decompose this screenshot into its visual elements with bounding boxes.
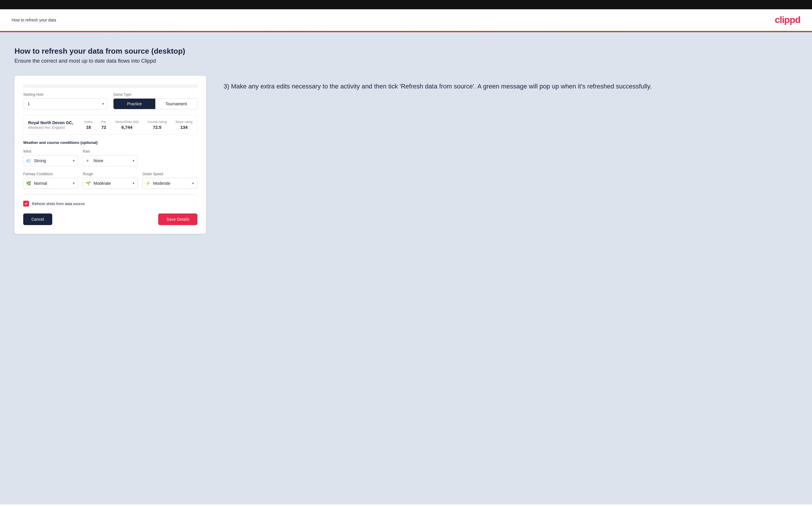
- par-stat: Par 72: [101, 120, 106, 130]
- course-stats: Holes 18 Par 72 Yards/White (M)) 6,744: [85, 120, 193, 130]
- practice-button[interactable]: Practice: [113, 99, 155, 109]
- footer: Copyright Clippd 2022: [0, 504, 812, 507]
- wind-select[interactable]: Strong Calm Moderate: [23, 155, 78, 166]
- course-rating-label: Course rating: [148, 120, 167, 123]
- wind-label: Wind: [23, 149, 78, 154]
- course-name-block: Royal North Devon GC, Westward Ho!, Engl…: [28, 120, 73, 130]
- game-type-toggle: Practice Tournament: [113, 98, 197, 109]
- course-rating-value: 72.5: [153, 125, 161, 130]
- header: How to refresh your data clippd: [0, 9, 812, 31]
- top-partial: [23, 84, 197, 88]
- slope-rating-label: Slope rating: [175, 120, 193, 123]
- fairway-select-wrapper[interactable]: 🌿 Normal Soft Firm ▾: [23, 178, 78, 189]
- rain-group: Rain ☀ None Light Heavy ▾: [83, 149, 138, 166]
- course-rating-stat: Course rating 72.5: [148, 120, 167, 130]
- page-title: How to refresh your data from source (de…: [14, 47, 798, 56]
- cancel-button[interactable]: Cancel: [23, 214, 52, 225]
- rain-select-wrapper[interactable]: ☀ None Light Heavy ▾: [83, 155, 138, 166]
- save-button[interactable]: Save Details: [158, 214, 197, 225]
- rough-group: Rough 🌱 Moderate Light Heavy ▾: [83, 172, 138, 189]
- rain-select[interactable]: None Light Heavy: [83, 155, 138, 166]
- rough-select-wrapper[interactable]: 🌱 Moderate Light Heavy ▾: [83, 178, 138, 189]
- rough-select[interactable]: Moderate Light Heavy: [83, 178, 138, 189]
- fairway-select[interactable]: Normal Soft Firm: [23, 178, 78, 189]
- yards-value: 6,744: [121, 125, 133, 130]
- rough-label: Rough: [83, 172, 138, 176]
- slope-rating-value: 134: [180, 125, 188, 130]
- wind-select-wrapper[interactable]: 💨 Strong Calm Moderate ▾: [23, 155, 78, 166]
- yards-stat: Yards/White (M)) 6,744: [115, 120, 139, 130]
- content-layout: Starting Hole 1 10 ▾ Game Type Practice …: [14, 76, 798, 234]
- side-info: 3) Make any extra edits necessary to the…: [223, 76, 798, 91]
- green-speed-select[interactable]: Moderate Slow Fast: [143, 178, 197, 189]
- wind-group: Wind 💨 Strong Calm Moderate ▾: [23, 149, 78, 166]
- page-subtitle: Ensure the correct and most up to date d…: [14, 58, 798, 64]
- refresh-checkbox-row: Refresh shots from data source: [23, 201, 197, 207]
- refresh-checkbox-label: Refresh shots from data source: [32, 202, 85, 206]
- tournament-button[interactable]: Tournament: [155, 99, 197, 109]
- holes-label: Holes: [85, 120, 93, 123]
- refresh-checkbox[interactable]: [23, 201, 29, 207]
- green-speed-label: Green Speed: [143, 172, 197, 176]
- course-location: Westward Ho!, England: [28, 126, 73, 130]
- weather-section-title: Weather and course conditions (optional): [23, 140, 197, 145]
- game-type-label: Game Type: [113, 93, 197, 97]
- main-content: How to refresh your data from source (de…: [0, 32, 812, 504]
- course-info: Royal North Devon GC, Westward Ho!, Engl…: [23, 115, 197, 134]
- starting-hole-label: Starting Hole: [23, 93, 107, 97]
- starting-hole-group: Starting Hole 1 10 ▾: [23, 93, 107, 109]
- holes-stat: Holes 18: [85, 120, 93, 130]
- course-info-header: Royal North Devon GC, Westward Ho!, Engl…: [28, 120, 193, 130]
- placeholder-group: [143, 149, 197, 166]
- course-name: Royal North Devon GC,: [28, 120, 73, 125]
- divider: [23, 194, 197, 195]
- yards-label: Yards/White (M)): [115, 120, 139, 123]
- fairway-label: Fairway Conditions: [23, 172, 78, 176]
- form-panel: Starting Hole 1 10 ▾ Game Type Practice …: [14, 76, 206, 234]
- green-speed-select-wrapper[interactable]: ⚡ Moderate Slow Fast ▾: [143, 178, 197, 189]
- starting-hole-gametype-row: Starting Hole 1 10 ▾ Game Type Practice …: [23, 93, 197, 109]
- wind-rain-row: Wind 💨 Strong Calm Moderate ▾ Rain: [23, 149, 197, 166]
- starting-hole-select-wrapper[interactable]: 1 10 ▾: [23, 98, 107, 109]
- fairway-rough-green-row: Fairway Conditions 🌿 Normal Soft Firm ▾ …: [23, 172, 197, 189]
- par-label: Par: [101, 120, 106, 123]
- rain-label: Rain: [83, 149, 138, 154]
- top-bar: [0, 0, 812, 9]
- game-type-group: Game Type Practice Tournament: [113, 93, 197, 109]
- breadcrumb: How to refresh your data: [12, 18, 56, 22]
- checkmark-icon: [24, 202, 28, 205]
- side-instruction: 3) Make any extra edits necessary to the…: [223, 81, 798, 91]
- par-value: 72: [101, 125, 106, 130]
- action-buttons: Cancel Save Details: [23, 214, 197, 225]
- holes-value: 18: [86, 125, 91, 130]
- fairway-group: Fairway Conditions 🌿 Normal Soft Firm ▾: [23, 172, 78, 189]
- slope-rating-stat: Slope rating 134: [175, 120, 193, 130]
- starting-hole-select[interactable]: 1 10: [23, 98, 107, 109]
- green-speed-group: Green Speed ⚡ Moderate Slow Fast ▾: [143, 172, 197, 189]
- logo: clippd: [775, 14, 800, 25]
